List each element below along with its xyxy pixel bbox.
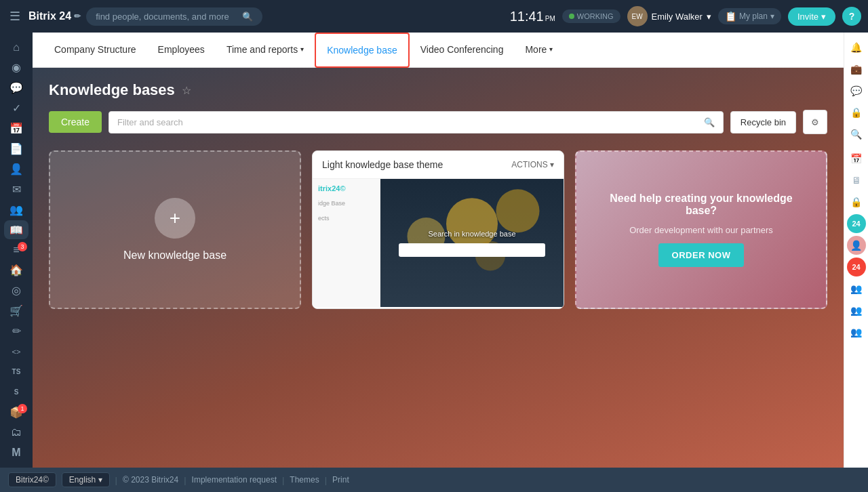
status-dot (569, 14, 574, 19)
sidebar-item-storage[interactable]: 📦 1 (4, 403, 28, 422)
r-search-icon[interactable]: 🔍 (847, 125, 866, 144)
kb-preview-search-label: Search in knowledge base (428, 230, 515, 238)
sidebar-item-code[interactable]: <> (4, 342, 28, 361)
sidebar-item-email[interactable]: ✉ (4, 180, 28, 199)
r-users3-icon[interactable]: 👥 (847, 323, 866, 342)
chat-icon: 💬 (9, 81, 23, 94)
sidebar-item-kb[interactable]: 📖 (4, 220, 28, 239)
filter-input[interactable] (117, 117, 698, 127)
user-menu[interactable]: EW Emily Walker ▾ (627, 6, 711, 26)
r-bitrix24-icon[interactable]: 24 (847, 214, 866, 233)
studio-icon: ✏ (12, 325, 21, 337)
create-button[interactable]: Create (49, 111, 102, 133)
sidebar-item-s[interactable]: S (4, 382, 28, 401)
feed-badge: 3 (18, 242, 27, 251)
footer-impl-request[interactable]: Implementation request (192, 475, 277, 485)
r-calendar-icon[interactable]: 📅 (847, 149, 866, 168)
r-screen-icon[interactable]: 🖥 (847, 171, 866, 190)
kb-card-inner: Light knowledge base theme ACTIONS ▾ itr… (313, 151, 564, 307)
r-user-avatar[interactable]: 👤 (847, 236, 866, 255)
language-caret-icon: ▾ (98, 475, 102, 485)
footer-print[interactable]: Print (332, 475, 349, 485)
code-icon: <> (12, 348, 21, 356)
sidebar-item-contacts[interactable]: 👥 (4, 200, 28, 219)
filter-search-icon: 🔍 (704, 117, 715, 127)
sidebar-item-m[interactable]: M (4, 443, 28, 462)
more-caret-icon: ▾ (549, 45, 553, 53)
toolbar: Create 🔍 Recycle bin ⚙ (49, 110, 827, 134)
sidebar-item-goals[interactable]: ◎ (4, 281, 28, 300)
sidebar-item-sites[interactable]: 🏠 (4, 261, 28, 280)
order-now-button[interactable]: ORDER NOW (658, 243, 745, 267)
r-briefcase-icon[interactable]: 💼 (847, 60, 866, 79)
footer-themes[interactable]: Themes (290, 475, 319, 485)
r-chat-icon[interactable]: 💬 (847, 81, 866, 100)
sidebar-item-ts[interactable]: TS (4, 363, 28, 382)
r-users2-icon[interactable]: 👥 (847, 301, 866, 320)
settings-button[interactable]: ⚙ (803, 110, 827, 134)
shop-icon: 🛒 (9, 304, 23, 317)
sidebar-item-pulse[interactable]: ◉ (4, 58, 28, 77)
svg-point-1 (496, 189, 540, 232)
sidebar-item-calendar[interactable]: 📅 (4, 119, 28, 138)
nav-employees[interactable]: Employees (147, 33, 216, 68)
help-button[interactable]: ? (842, 7, 861, 26)
storage-badge: 1 (18, 404, 27, 413)
drive-icon: 🗂 (11, 426, 22, 438)
nav-video-conferencing[interactable]: Video Conferencing (410, 33, 515, 68)
footer-copyright: © 2023 Bitrix24 (123, 475, 178, 485)
global-search[interactable]: 🔍 (86, 7, 262, 26)
promo-subtitle: Order development with our partners (629, 225, 773, 235)
filter-search-bar[interactable]: 🔍 (108, 111, 724, 134)
footer-bitrix-button[interactable]: Bitrix24© (8, 472, 56, 487)
nav-company-structure[interactable]: Company Structure (43, 33, 147, 68)
ts-label: TS (12, 368, 21, 375)
plan-menu[interactable]: 📋 My plan ▾ (718, 8, 781, 24)
plan-caret-icon: ▾ (770, 12, 774, 21)
new-kb-card[interactable]: + New knowledge base (49, 150, 301, 309)
sidebar-item-home[interactable]: ⌂ (4, 38, 28, 57)
sidebar-item-studio[interactable]: ✏ (4, 322, 28, 341)
right-sidebar: 🔔 💼 💬 🔒 🔍 📅 🖥 🔒 24 👤 24 👥 👥 👥 (844, 33, 868, 468)
r-lock-icon[interactable]: 🔒 (847, 103, 866, 122)
nav-knowledge-base[interactable]: Knowledge base (315, 33, 410, 68)
hamburger-menu-icon[interactable]: ☰ (7, 6, 23, 26)
search-input[interactable] (96, 12, 238, 22)
pulse-icon: ◉ (12, 61, 21, 74)
favorite-star-icon[interactable]: ☆ (182, 84, 191, 97)
r-users-icon[interactable]: 👥 (847, 279, 866, 298)
page-title: Knowledge bases (49, 81, 175, 99)
recycle-bin-button[interactable]: Recycle bin (730, 111, 796, 134)
footer-language-button[interactable]: English ▾ (62, 472, 110, 487)
crm-icon: 👤 (9, 163, 23, 176)
user-caret-icon: ▾ (707, 12, 711, 22)
sidebar-item-crm[interactable]: 👤 (4, 159, 28, 178)
invite-button[interactable]: Invite ▾ (788, 7, 835, 26)
kb-card-title: Light knowledge base theme (322, 159, 443, 170)
r-notifications-icon[interactable]: 🔔 (847, 38, 866, 57)
nav-time-reports[interactable]: Time and reports ▾ (216, 33, 315, 68)
r-bitrix24-red-icon[interactable]: 24 (847, 258, 866, 276)
working-status[interactable]: WORKING (562, 9, 620, 23)
calendar-icon: 📅 (9, 122, 23, 135)
sidebar-item-chat[interactable]: 💬 (4, 79, 28, 98)
nav-more[interactable]: More ▾ (514, 33, 564, 68)
kb-actions-button[interactable]: ACTIONS ▾ (511, 160, 554, 169)
new-kb-label: New knowledge base (123, 249, 226, 262)
sidebar-item-docs[interactable]: 📄 (4, 140, 28, 159)
kb-preview-menu: idge Base ects (318, 198, 374, 224)
kb-preview-card[interactable]: Light knowledge base theme ACTIONS ▾ itr… (312, 150, 564, 309)
sidebar-item-drive[interactable]: 🗂 (4, 423, 28, 442)
kb-icon: 📖 (9, 224, 23, 237)
sidebar-item-tasks[interactable]: ✓ (4, 99, 28, 118)
sidebar-item-shop[interactable]: 🛒 (4, 302, 28, 321)
new-kb-card-inner: + New knowledge base (50, 152, 300, 308)
promo-card-inner: Need help creating your knowledge base? … (576, 152, 826, 308)
cards-grid: + New knowledge base Light knowledge bas… (49, 150, 827, 309)
s-label: S (14, 388, 19, 396)
sidebar-item-feed[interactable]: ≡ 3 (4, 241, 28, 260)
invite-caret-icon: ▾ (821, 12, 826, 22)
r-lock2-icon[interactable]: 🔒 (847, 192, 866, 211)
left-sidebar: ⌂ ◉ 💬 ✓ 📅 📄 👤 ✉ 👥 📖 ≡ 3 🏠 ◎ 🛒 ✏ <> TS S … (0, 33, 33, 468)
page-header: Knowledge bases ☆ (49, 81, 827, 99)
